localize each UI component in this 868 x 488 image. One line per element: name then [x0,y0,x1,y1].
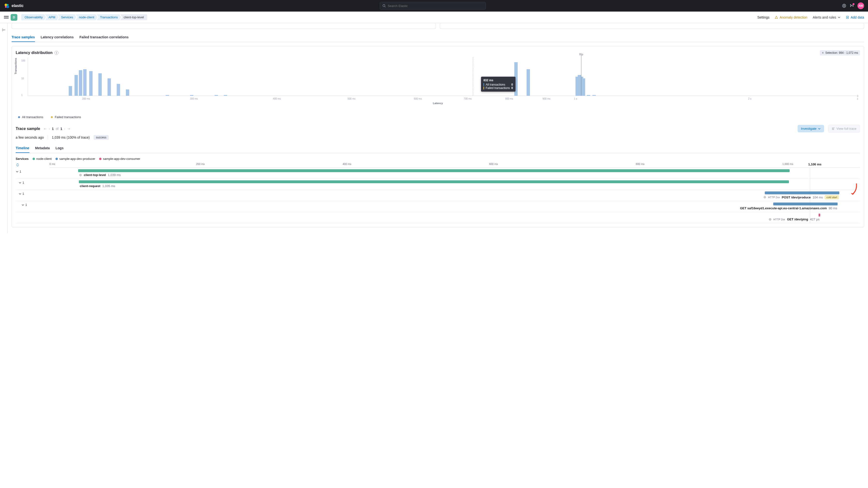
investigate-button[interactable]: Investigate [798,125,824,132]
search-icon [382,4,386,7]
waterfall-row[interactable]: 1client-request1,035 ms [16,179,860,190]
span-name: GET saf16eeyd1.execute-api.eu-central-1.… [740,206,827,210]
span-bar[interactable] [765,191,839,194]
services-label: Services [16,157,29,160]
service-name: node-client [36,157,52,160]
add-data-link[interactable]: Add data [846,16,864,19]
pager-prev-icon[interactable]: ‹ [49,127,50,131]
info-icon[interactable]: i [55,51,58,55]
span-duration: 104 ms [812,195,823,199]
span-label: client-top-level1,039 ms [33,173,860,177]
tab-logs[interactable]: Logs [56,144,63,153]
service-dot-icon [56,158,58,160]
pager-last-icon[interactable]: ⇥ [67,127,70,131]
svg-point-15 [80,175,81,175]
tab-latency-correlations[interactable]: Latency correlations [41,33,74,42]
investigate-label: Investigate [801,127,816,130]
chart-plot-area[interactable]: 200 ms300 ms400 ms500 ms600 ms700 ms800 … [28,57,858,96]
breadcrumb-item[interactable]: Observability [21,14,46,20]
service-legend-item[interactable]: node-client [33,157,52,160]
breadcrumb: Observability APM Services node-client T… [21,14,146,20]
top-tabs: Trace samples Latency correlations Faile… [11,33,864,42]
row-toggle[interactable]: 1 [16,170,21,173]
time-axis: 0 ms200 ms400 ms600 ms800 ms1,000 ms1,10… [50,162,860,168]
breadcrumb-item[interactable]: APM [45,14,59,20]
trace-icon [832,127,835,130]
span-bar[interactable] [79,180,789,183]
trace-sample-header: Trace sample ⇤ ‹ 1 of 1 › ⇥ Investigate … [16,125,860,132]
status-badge: success [94,135,109,140]
service-legend-item[interactable]: sample-app-dev-producer [56,157,95,160]
row-toggle[interactable]: 1 [19,192,24,195]
search-input[interactable] [388,4,483,8]
clear-selection-icon[interactable]: ✕ [822,51,824,55]
span-label: HTTP 2xxGET /dev/ping427 μs [33,217,860,221]
legend-all[interactable]: All transactions [18,115,43,119]
service-dot-icon [99,158,101,160]
svg-point-1 [7,4,9,6]
pager-first-icon[interactable]: ⇤ [44,127,47,131]
breadcrumb-item[interactable]: Services [58,14,76,20]
tab-failed-correlations[interactable]: Failed transaction correlations [79,33,128,42]
space-badge[interactable]: D [10,14,18,21]
services-legend: Services node-client sample-app-dev-prod… [16,157,860,160]
http-status: HTTP 2xx [774,218,785,221]
span-type-icon [769,218,772,221]
panel-title: Latency distribution i [16,51,58,55]
news-icon[interactable] [850,4,854,8]
elastic-logo[interactable]: elastic [4,3,24,9]
span-name: client-request [80,184,100,188]
svg-point-2 [5,6,7,8]
x-axis-label: Latency [16,102,860,104]
service-name: sample-app-dev-producer [59,157,95,160]
card [11,23,436,29]
expand-rail-icon[interactable] [2,28,6,33]
span-bar[interactable] [78,169,790,172]
settings-link[interactable]: Settings [757,16,770,19]
span-label: client-request1,035 ms [33,184,860,188]
help-icon[interactable] [842,4,846,8]
latency-panel: Latency distribution i ✕ Selection: 984 … [11,46,864,227]
svg-point-19 [770,219,770,219]
http-status: HTTP 2xx [768,196,780,199]
row-toggle[interactable]: 1 [19,181,24,184]
span-bar[interactable] [773,203,838,206]
breadcrumb-item[interactable]: node-client [75,14,98,20]
subheader-actions: Settings Anomaly detection Alerts and ru… [757,16,864,19]
row-toggle[interactable]: 1 [22,203,27,207]
selection-pill[interactable]: ✕ Selection: 984 - 1,072 ms [820,50,860,56]
nav-toggle-icon[interactable] [4,15,9,20]
chevron-down-icon [19,192,22,195]
svg-rect-13 [832,129,834,130]
latency-chart[interactable]: Transactions 200 ms300 ms400 ms500 ms600… [16,57,860,111]
anomaly-link[interactable]: Anomaly detection [775,16,807,19]
span-name: GET /dev/ping [787,217,808,221]
tab-metadata[interactable]: Metadata [35,144,50,153]
waterfall-row[interactable]: HTTP 2xxGET /dev/ping427 μs [16,212,860,223]
waterfall-row[interactable]: 1client-top-level1,039 ms [16,168,860,179]
waterfall-row[interactable]: 1GET saf16eeyd1.execute-api.eu-central-1… [16,201,860,212]
breadcrumb-item[interactable]: Transactions [97,14,121,20]
trace-pager: ⇤ ‹ 1 of 1 › ⇥ [44,127,70,131]
alerts-rules-menu[interactable]: Alerts and rules [813,16,840,19]
add-data-label: Add data [850,16,864,19]
trace-sample-title: Trace sample [16,127,40,131]
trace-pct: (100% of trace) [66,135,90,140]
left-rail [0,23,8,233]
tab-trace-samples[interactable]: Trace samples [11,33,35,42]
user-avatar[interactable]: AW [858,2,864,9]
fit-icon[interactable] [16,163,20,167]
span-bar[interactable] [818,214,820,216]
pager-next-icon[interactable]: › [64,127,65,131]
global-search[interactable] [380,2,486,10]
service-legend-item[interactable]: sample-app-dev-consumer [99,157,140,160]
svg-point-6 [842,4,846,7]
legend-failed[interactable]: Failed transactions [51,115,81,119]
tab-timeline[interactable]: Timeline [16,144,29,153]
span-duration: 90 ms [829,206,837,210]
pager-of: of [56,127,59,131]
trace-tabs: Timeline Metadata Logs [16,144,860,153]
panel-header: Latency distribution i ✕ Selection: 984 … [16,50,860,56]
span-label: GET saf16eeyd1.execute-api.eu-central-1.… [33,206,860,210]
waterfall-row[interactable]: 1HTTP 2xxPOST /dev/produce104 mscold sta… [16,190,860,201]
